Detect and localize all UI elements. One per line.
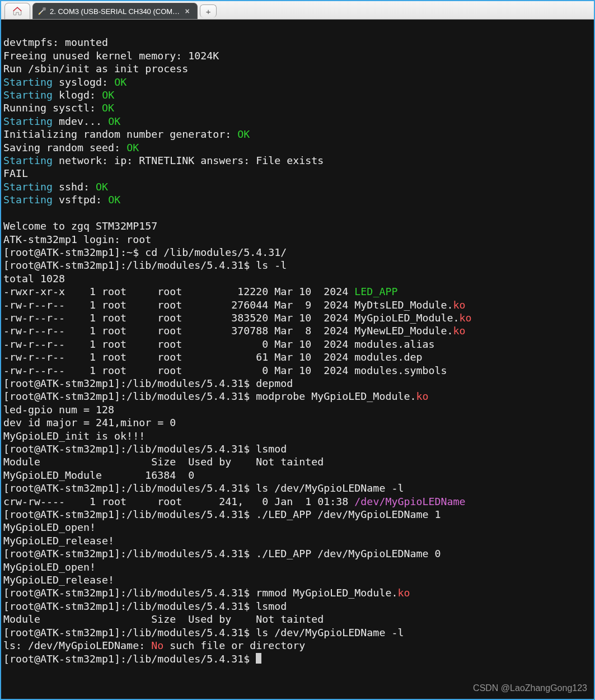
line: vsftpd: [53, 194, 108, 206]
ko-ext: ko [453, 325, 465, 337]
starting-word: Starting [3, 181, 53, 193]
starting-word: Starting [3, 76, 53, 88]
prompt-line: [root@ATK-stm32mp1]:/lib/modules/5.4.31$… [3, 508, 441, 520]
plus-icon: + [206, 7, 211, 16]
ok-word: OK [127, 142, 139, 153]
line: dev id major = 241,minor = 0 [3, 417, 176, 428]
svg-rect-0 [43, 7, 45, 10]
prompt-line: [root@ATK-stm32mp1]:/lib/modules/5.4.31$… [3, 443, 287, 455]
line: klogd: [53, 89, 102, 101]
line: MyGpioLED_open! [3, 561, 96, 573]
prompt-line: [root@ATK-stm32mp1]:/lib/modules/5.4.31$… [3, 548, 441, 559]
line: sshd: [53, 181, 96, 193]
line: FAIL [3, 167, 28, 179]
line: mdev... [53, 115, 108, 127]
err-line: such file or directory [163, 640, 305, 651]
ko-ext: ko [397, 587, 410, 599]
starting-word: Starting [3, 89, 53, 101]
prompt-line: [root@ATK-stm32mp1]:/lib/modules/5.4.31$… [3, 587, 397, 599]
cursor [256, 653, 261, 664]
ls-row: crw-rw---- 1 root root 241, 0 Jan 1 01:3… [3, 496, 354, 507]
line: MyGpioLED_release! [3, 535, 114, 547]
prompt-line: [root@ATK-stm32mp1]:/lib/modules/5.4.31$… [3, 482, 404, 494]
home-icon [12, 6, 22, 16]
line: syslogd: [53, 76, 114, 88]
ko-ext: ko [416, 390, 428, 402]
new-tab-button[interactable]: + [200, 4, 217, 17]
line: devtmpfs: mounted [3, 36, 108, 48]
line: Run /sbin/init as init process [3, 63, 188, 74]
line: Running sysctl: [3, 102, 102, 114]
svg-point-1 [39, 13, 41, 15]
tab-serial[interactable]: 2. COM3 (USB-SERIAL CH340 (COM… × [32, 3, 198, 19]
line: Module Size Used by Not tainted [3, 456, 324, 468]
ok-word: OK [237, 128, 250, 140]
ok-word: OK [96, 181, 108, 193]
ls-row: -rw-r--r-- 1 root root 276044 Mar 9 2024… [3, 299, 453, 311]
line: MyGpioLED_open! [3, 521, 96, 533]
err-line: ls: /dev/MyGpioLEDName: [3, 640, 151, 651]
ls-row: -rw-r--r-- 1 root root 383520 Mar 10 202… [3, 312, 459, 324]
line: led-gpio num = 128 [3, 404, 114, 416]
line: Module Size Used by Not tainted [3, 613, 324, 625]
ls-row: -rw-r--r-- 1 root root 370788 Mar 8 2024… [3, 325, 453, 337]
close-icon[interactable]: × [183, 7, 191, 16]
prompt-line: [root@ATK-stm32mp1]:~$ cd /lib/modules/5… [3, 246, 287, 258]
starting-word: Starting [3, 115, 53, 127]
line: Saving random seed: [3, 142, 127, 153]
ko-ext: ko [453, 299, 465, 311]
ok-word: OK [114, 76, 127, 88]
no-word: No [151, 640, 163, 651]
starting-word: Starting [3, 155, 53, 166]
ls-row: -rw-r--r-- 1 root root 61 Mar 10 2024 mo… [3, 351, 422, 363]
prompt-line: [root@ATK-stm32mp1]:/lib/modules/5.4.31$… [3, 390, 416, 402]
ok-word: OK [102, 102, 114, 114]
prompt-line: [root@ATK-stm32mp1]:/lib/modules/5.4.31$… [3, 627, 404, 638]
line: ATK-stm32mp1 login: root [3, 234, 151, 245]
prompt-line: [root@ATK-stm32mp1]:/lib/modules/5.4.31$… [3, 377, 293, 389]
prompt-line: [root@ATK-stm32mp1]:/lib/modules/5.4.31$… [3, 259, 287, 271]
exec-file: LED_APP [354, 286, 397, 297]
tab-home[interactable] [4, 3, 30, 19]
serial-port-icon [38, 7, 46, 16]
terminal-output[interactable]: devtmpfs: mounted Freeing unused kernel … [1, 20, 594, 668]
ko-ext: ko [459, 312, 471, 324]
ok-word: OK [108, 194, 120, 206]
ls-row: -rw-r--r-- 1 root root 0 Mar 10 2024 mod… [3, 365, 447, 376]
line: network: ip: RTNETLINK answers: File exi… [53, 155, 324, 166]
prompt-line: [root@ATK-stm32mp1]:/lib/modules/5.4.31$ [3, 653, 256, 665]
ok-word: OK [108, 115, 120, 127]
tab-label: 2. COM3 (USB-SERIAL CH340 (COM… [50, 7, 180, 16]
prompt-line: [root@ATK-stm32mp1]:/lib/modules/5.4.31$… [3, 600, 287, 612]
ls-row: -rwxr-xr-x 1 root root 12220 Mar 10 2024 [3, 286, 354, 297]
starting-word: Starting [3, 194, 53, 206]
dev-node: /dev/MyGpioLEDName [354, 496, 465, 507]
line: Freeing unused kernel memory: 1024K [3, 50, 219, 62]
line: Initializing random number generator: [3, 128, 237, 140]
ok-word: OK [102, 89, 114, 101]
line: MyGpioLED_Module 16384 0 [3, 469, 194, 481]
line: Welcome to zgq STM32MP157 [3, 220, 157, 232]
line: MyGpioLED_init is ok!!! [3, 430, 145, 442]
line: total 1028 [3, 273, 65, 284]
ls-row: -rw-r--r-- 1 root root 0 Mar 10 2024 mod… [3, 338, 434, 350]
watermark: CSDN @LaoZhangGong123 [473, 683, 587, 693]
tab-bar: 2. COM3 (USB-SERIAL CH340 (COM… × + [1, 1, 594, 20]
line: MyGpioLED_release! [3, 574, 114, 586]
